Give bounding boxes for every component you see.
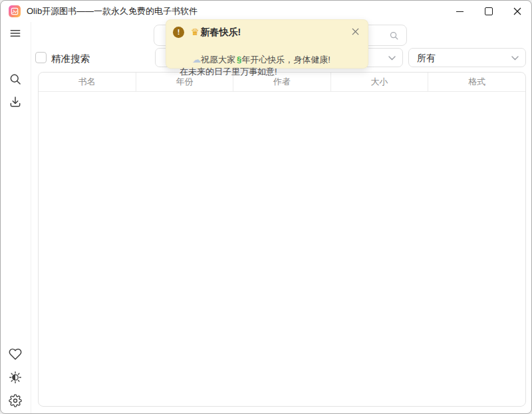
message-text: 祝愿大家 — [201, 55, 235, 65]
warning-icon: ! — [173, 27, 184, 38]
sidebar — [1, 22, 31, 413]
new-year-notification: ! ♛新春快乐! ☁祝愿大家§年开心快乐，身体健康! 在未来的日子里万事如意! — [166, 19, 368, 69]
download-icon[interactable] — [9, 95, 22, 108]
column-header-format: 格式 — [428, 73, 525, 91]
notification-title-text: 新春快乐! — [201, 27, 241, 37]
notification-close-button[interactable] — [350, 26, 360, 37]
message-text: 年开心快乐，身体健康! — [241, 55, 331, 65]
close-icon — [513, 7, 521, 15]
column-header-title: 书名 — [39, 73, 136, 91]
precise-search-checkbox[interactable] — [35, 52, 47, 63]
precise-search-label[interactable]: 精准搜索 — [51, 53, 90, 65]
brightness-icon[interactable] — [9, 371, 22, 384]
minimize-button[interactable] — [446, 1, 474, 22]
close-button[interactable] — [503, 1, 531, 22]
minimize-icon — [456, 11, 464, 12]
app-window: Olib开源图书——一款永久免费的电子书软件 — [0, 0, 532, 414]
maximize-button[interactable] — [474, 1, 503, 22]
search-icon[interactable] — [9, 73, 22, 86]
format-filter-value: 所有 — [417, 53, 436, 65]
chevron-down-icon — [511, 56, 519, 61]
settings-icon[interactable] — [9, 394, 22, 407]
book-table-panel: 书名 年份 作者 大小 格式 — [38, 72, 526, 407]
column-header-size: 大小 — [331, 73, 429, 91]
heart-icon[interactable] — [9, 347, 22, 361]
notification-title: ♛新春快乐! — [191, 27, 241, 39]
maximize-icon — [485, 7, 493, 15]
notification-message-line2: 在未来的日子里万事如意! — [180, 66, 331, 78]
chevron-down-icon — [388, 56, 396, 61]
menu-icon[interactable] — [9, 27, 22, 40]
crown-icon: ♛ — [191, 27, 200, 37]
close-icon — [352, 28, 359, 35]
notification-message-line1: ☁祝愿大家§年开心快乐，身体健康! — [192, 54, 331, 66]
window-title: Olib开源图书——一款永久免费的电子书软件 — [27, 5, 198, 17]
search-input-icon — [389, 31, 399, 41]
format-filter-select[interactable]: 所有 — [408, 48, 526, 67]
cloud-icon: ☁ — [192, 55, 201, 65]
app-logo-icon — [9, 5, 21, 17]
notification-message: ☁祝愿大家§年开心快乐，身体健康! 在未来的日子里万事如意! — [180, 54, 331, 78]
